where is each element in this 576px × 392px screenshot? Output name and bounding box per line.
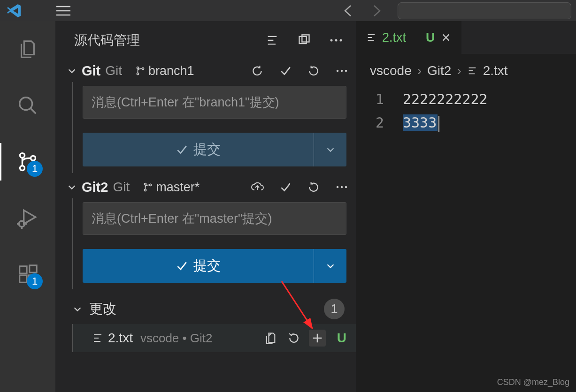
more-icon[interactable] <box>333 62 350 79</box>
source-control-icon[interactable]: 1 <box>14 148 42 176</box>
line-number: 1 <box>361 88 403 111</box>
svg-point-24 <box>341 186 343 188</box>
chevron-right-icon: › <box>417 63 422 78</box>
repo-header[interactable]: Git2 Git master* <box>55 176 356 198</box>
branch-name: master* <box>156 180 200 195</box>
breadcrumb-seg[interactable]: vscode <box>370 63 412 78</box>
refresh-icon[interactable] <box>305 179 322 196</box>
refresh-icon[interactable] <box>305 62 322 79</box>
vscode-logo-icon <box>7 3 22 18</box>
commit-label: 提交 <box>193 140 221 159</box>
scm-panel: 源代码管理 Git Git branch1 <box>55 21 356 392</box>
chevron-down-icon <box>67 182 77 192</box>
panel-title: 源代码管理 <box>74 31 258 49</box>
more-icon[interactable] <box>328 32 345 49</box>
editor: 2.txt U vscode › Git2 › 2.txt 1 22222222… <box>356 21 576 392</box>
nav-back-icon[interactable] <box>341 4 355 18</box>
file-icon <box>467 66 477 76</box>
check-icon <box>176 260 188 272</box>
changed-file-row[interactable]: 2.txt vscode • Git2 U <box>72 324 356 352</box>
discard-icon[interactable] <box>285 330 302 347</box>
branch-button[interactable]: master* <box>143 180 200 195</box>
branch-name: branch1 <box>148 64 194 78</box>
more-icon[interactable] <box>333 179 350 196</box>
commit-check-icon[interactable] <box>277 179 294 196</box>
line-number: 2 <box>361 111 403 135</box>
publish-icon[interactable] <box>249 179 266 196</box>
open-file-icon[interactable] <box>262 330 279 347</box>
svg-point-20 <box>145 183 146 185</box>
commit-message-input[interactable] <box>83 86 346 119</box>
explorer-icon[interactable] <box>14 35 42 63</box>
activity-bar: 1 1 <box>0 21 55 392</box>
close-icon[interactable] <box>441 32 451 43</box>
nav-fwd-icon[interactable] <box>369 4 384 18</box>
commit-dropdown-icon[interactable] <box>314 133 346 166</box>
chevron-down-icon <box>72 304 83 314</box>
tab-2-txt[interactable]: 2.txt U <box>356 21 461 54</box>
file-icon <box>92 332 103 344</box>
code-line: 1 2222222222 <box>361 88 576 111</box>
repo-view-icon[interactable] <box>296 32 313 49</box>
file-path: vscode • Git2 <box>140 331 213 346</box>
code-text: 3333 <box>403 114 438 131</box>
svg-point-22 <box>150 184 152 186</box>
svg-point-16 <box>142 68 144 69</box>
svg-rect-10 <box>302 35 309 42</box>
changes-header[interactable]: 更改 1 <box>55 289 356 324</box>
search-icon[interactable] <box>14 91 42 120</box>
svg-point-14 <box>137 67 139 69</box>
breadcrumb-seg[interactable]: 2.txt <box>483 63 508 78</box>
svg-point-19 <box>345 70 347 72</box>
view-as-list-icon[interactable] <box>264 32 281 49</box>
commit-message-input[interactable] <box>83 202 346 235</box>
code-area[interactable]: 1 2222222222 2 3333 <box>356 88 576 135</box>
stage-icon[interactable] <box>309 330 326 347</box>
svg-point-12 <box>335 39 338 42</box>
svg-rect-6 <box>20 275 27 282</box>
run-debug-icon[interactable] <box>14 204 42 232</box>
changes-count-badge: 1 <box>324 299 345 319</box>
tab-status: U <box>426 30 435 45</box>
repo-git2: Git2 Git master* <box>55 176 356 352</box>
breadcrumb-seg[interactable]: Git2 <box>427 63 451 78</box>
code-line: 2 3333 <box>361 111 576 135</box>
branch-button[interactable]: branch1 <box>135 64 194 78</box>
check-icon <box>176 143 188 156</box>
chevron-down-icon <box>67 66 77 76</box>
menu-icon[interactable] <box>56 6 70 16</box>
svg-rect-8 <box>30 265 37 272</box>
repo-git: Git Git branch1 <box>55 60 356 173</box>
svg-point-18 <box>341 70 343 72</box>
commit-dropdown-icon[interactable] <box>314 249 346 283</box>
breadcrumb[interactable]: vscode › Git2 › 2.txt <box>356 54 576 88</box>
commit-button[interactable]: 提交 <box>83 133 346 166</box>
file-icon <box>366 32 376 43</box>
svg-point-13 <box>340 39 342 42</box>
ext-badge: 1 <box>27 273 43 289</box>
repo-name: Git2 <box>82 180 108 195</box>
sync-icon[interactable] <box>249 62 266 79</box>
repo-provider: Git <box>113 180 130 195</box>
changes-label: 更改 <box>89 300 317 318</box>
watermark: CSDN @mez_Blog <box>497 377 569 387</box>
svg-point-11 <box>330 39 333 42</box>
repo-provider: Git <box>105 63 122 78</box>
repo-header[interactable]: Git Git branch1 <box>55 60 356 82</box>
tabs: 2.txt U <box>356 21 576 54</box>
repo-name: Git <box>82 63 100 79</box>
file-status: U <box>337 331 346 346</box>
commit-check-icon[interactable] <box>277 62 294 79</box>
svg-point-23 <box>337 186 338 188</box>
svg-rect-9 <box>300 37 307 44</box>
commit-button[interactable]: 提交 <box>83 249 346 283</box>
svg-point-25 <box>345 186 347 188</box>
svg-point-2 <box>20 166 25 170</box>
extensions-icon[interactable]: 1 <box>14 260 42 288</box>
commit-label: 提交 <box>193 256 221 275</box>
command-center[interactable] <box>398 2 571 19</box>
svg-point-1 <box>20 153 25 158</box>
svg-point-15 <box>137 73 139 75</box>
svg-rect-5 <box>20 266 27 273</box>
scm-badge: 1 <box>27 161 43 177</box>
